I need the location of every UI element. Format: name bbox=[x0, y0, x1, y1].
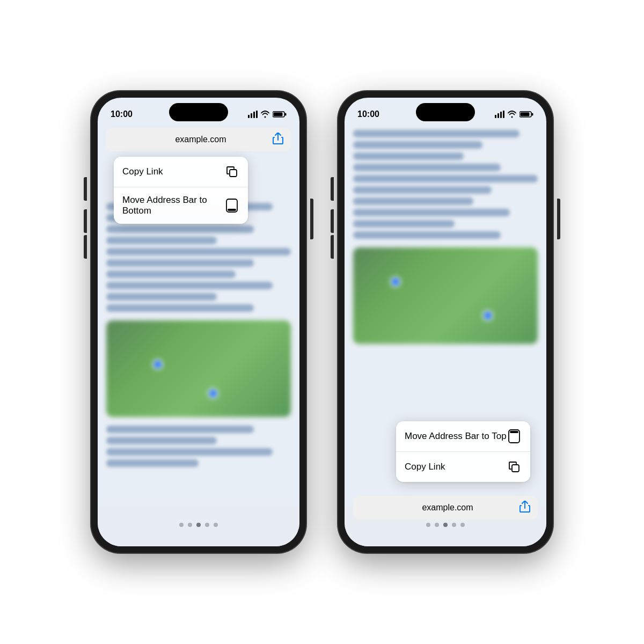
context-menu-right: Move Address Bar to Top Copy Link bbox=[396, 421, 530, 482]
status-time-right: 10:00 bbox=[357, 109, 379, 119]
blur-line bbox=[353, 186, 492, 194]
svg-rect-18 bbox=[510, 431, 518, 433]
svg-rect-10 bbox=[495, 115, 496, 118]
svg-rect-13 bbox=[503, 111, 504, 118]
wifi-icon-left bbox=[261, 111, 269, 118]
svg-rect-5 bbox=[285, 113, 287, 116]
url-text-left: example.com bbox=[129, 135, 273, 144]
blur-line bbox=[353, 175, 538, 182]
move-address-bar-top-item[interactable]: Move Address Bar to Top bbox=[396, 421, 530, 452]
dynamic-island-right bbox=[416, 103, 475, 121]
blur-line bbox=[106, 459, 199, 467]
toolbar-dot bbox=[179, 523, 184, 527]
svg-rect-3 bbox=[256, 111, 258, 118]
battery-icon-left bbox=[273, 111, 287, 118]
blur-line bbox=[353, 164, 501, 171]
toolbar-dot-active bbox=[443, 523, 448, 527]
map-area-right bbox=[353, 247, 538, 344]
svg-rect-0 bbox=[248, 115, 250, 118]
blur-line bbox=[353, 152, 464, 160]
copy-link-item-left[interactable]: Copy Link bbox=[114, 157, 248, 187]
blur-line bbox=[106, 270, 236, 278]
status-bar-left: 10:00 bbox=[98, 98, 299, 123]
address-bar-bottom-right[interactable]: example.com bbox=[353, 496, 538, 519]
move-address-bar-top-label: Move Address Bar to Top bbox=[405, 431, 507, 442]
svg-rect-7 bbox=[230, 170, 237, 177]
blur-line bbox=[353, 209, 510, 216]
phone-bottom-icon-left bbox=[224, 198, 239, 213]
svg-rect-16 bbox=[521, 113, 530, 116]
phone-top-icon-right bbox=[507, 429, 522, 444]
blur-line bbox=[106, 248, 291, 255]
blur-line bbox=[353, 197, 473, 205]
map-area-left bbox=[106, 320, 291, 417]
blur-line bbox=[353, 231, 501, 239]
share-button-right[interactable] bbox=[519, 501, 530, 515]
toolbar-dot bbox=[452, 523, 456, 527]
blur-line bbox=[106, 448, 273, 456]
blur-line bbox=[106, 259, 254, 267]
status-icons-right bbox=[495, 111, 533, 118]
map-dot bbox=[390, 276, 401, 287]
address-bar-top-left[interactable]: example.com bbox=[106, 128, 291, 151]
copy-link-item-right[interactable]: Copy Link bbox=[396, 452, 530, 482]
context-menu-left: Copy Link Move Address Bar to Bottom bbox=[114, 157, 248, 224]
url-text-right: example.com bbox=[376, 503, 519, 513]
status-bar-right: 10:00 bbox=[345, 98, 546, 123]
toolbar-dot bbox=[205, 523, 209, 527]
blur-line bbox=[106, 225, 254, 233]
svg-rect-15 bbox=[532, 113, 533, 116]
wifi-icon-right bbox=[508, 111, 516, 118]
blur-line bbox=[106, 437, 217, 444]
move-address-bar-bottom-item[interactable]: Move Address Bar to Bottom bbox=[114, 187, 248, 224]
share-button-left[interactable] bbox=[273, 133, 283, 147]
copy-link-label-left: Copy Link bbox=[122, 166, 224, 177]
toolbar-dot-active bbox=[196, 523, 201, 527]
dynamic-island-left bbox=[169, 103, 228, 121]
svg-rect-9 bbox=[228, 209, 236, 211]
blur-line bbox=[106, 237, 217, 244]
map-dot bbox=[208, 388, 218, 399]
copy-icon-left bbox=[224, 164, 239, 179]
status-icons-left bbox=[248, 111, 287, 118]
svg-rect-11 bbox=[497, 113, 499, 118]
blur-line bbox=[106, 426, 254, 433]
svg-rect-19 bbox=[512, 465, 519, 472]
blur-line bbox=[106, 282, 273, 289]
toolbar-dot bbox=[214, 523, 218, 527]
blur-line bbox=[353, 220, 455, 228]
toolbar-dot bbox=[435, 523, 439, 527]
webpage-content-right: Move Address Bar to Top Copy Link bbox=[345, 123, 546, 546]
map-dot bbox=[152, 359, 163, 370]
status-time-left: 10:00 bbox=[111, 109, 133, 119]
blur-line bbox=[106, 293, 217, 301]
svg-rect-12 bbox=[500, 112, 502, 118]
toolbar-dot bbox=[426, 523, 430, 527]
copy-icon-right bbox=[507, 459, 522, 474]
move-address-bar-bottom-label: Move Address Bar to Bottom bbox=[122, 195, 224, 216]
signal-icon-right bbox=[495, 111, 504, 118]
svg-rect-2 bbox=[253, 112, 255, 118]
battery-icon-right bbox=[519, 111, 533, 118]
toolbar-dot bbox=[188, 523, 192, 527]
bottom-toolbar-left bbox=[98, 503, 299, 546]
blur-line bbox=[353, 141, 482, 149]
toolbar-dot bbox=[460, 523, 465, 527]
blur-line bbox=[106, 304, 254, 312]
left-phone: 10:00 bbox=[91, 91, 306, 553]
right-phone: 10:00 bbox=[338, 91, 553, 553]
map-dot bbox=[482, 310, 493, 321]
svg-rect-6 bbox=[274, 113, 283, 116]
signal-icon-left bbox=[248, 111, 258, 118]
svg-rect-1 bbox=[251, 113, 252, 118]
copy-link-label-right: Copy Link bbox=[405, 462, 507, 472]
blur-line bbox=[353, 130, 519, 137]
